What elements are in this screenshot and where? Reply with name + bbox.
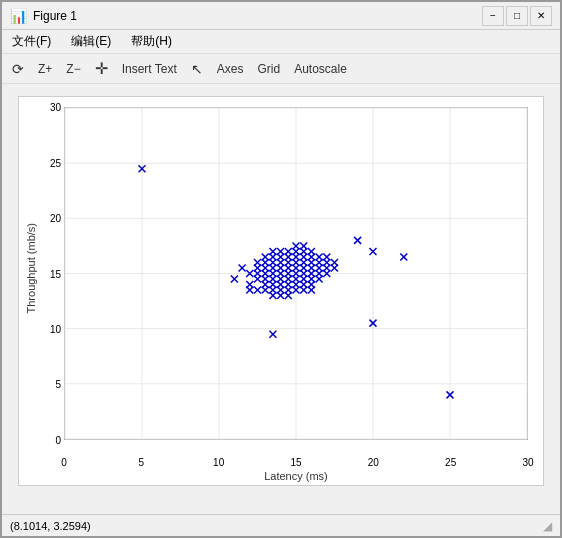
scatter-svg — [65, 108, 527, 439]
x-tick-5: 5 — [139, 457, 145, 468]
y-tick-5: 5 — [55, 379, 61, 390]
y-tick-25: 25 — [50, 157, 61, 168]
scatter-plot — [64, 107, 528, 440]
title-bar: 📊 Figure 1 − □ ✕ — [2, 2, 560, 30]
select-button[interactable]: ↖ — [187, 60, 207, 78]
menu-edit[interactable]: 编辑(E) — [67, 32, 115, 51]
x-tick-25: 25 — [445, 457, 456, 468]
pan-button[interactable]: ✛ — [91, 58, 112, 79]
maximize-button[interactable]: □ — [506, 6, 528, 26]
x-tick-30: 30 — [522, 457, 533, 468]
plot-area: Throughput (mb/s) 30 25 20 15 10 5 0 0 5… — [2, 84, 560, 514]
zoom-out-button[interactable]: Z− — [62, 61, 84, 77]
close-button[interactable]: ✕ — [530, 6, 552, 26]
menu-help[interactable]: 帮助(H) — [127, 32, 176, 51]
y-tick-10: 10 — [50, 324, 61, 335]
window-title: Figure 1 — [33, 9, 77, 23]
y-axis-label: Throughput (mb/s) — [25, 223, 37, 313]
resize-icon: ◢ — [543, 519, 552, 533]
coordinates-display: (8.1014, 3.2594) — [10, 520, 91, 532]
y-tick-0: 0 — [55, 435, 61, 446]
y-tick-20: 20 — [50, 212, 61, 223]
reset-button[interactable]: ⟳ — [8, 60, 28, 78]
axes-button[interactable]: Axes — [213, 61, 248, 77]
status-bar: (8.1014, 3.2594) ◢ — [2, 514, 560, 536]
x-tick-15: 15 — [290, 457, 301, 468]
zoom-in-button[interactable]: Z+ — [34, 61, 56, 77]
x-tick-0: 0 — [61, 457, 67, 468]
plot-container: Throughput (mb/s) 30 25 20 15 10 5 0 0 5… — [18, 96, 544, 486]
x-axis-label: Latency (ms) — [264, 470, 328, 482]
y-tick-30: 30 — [50, 102, 61, 113]
y-axis-ticks: 30 25 20 15 10 5 0 — [37, 107, 61, 440]
window-controls: − □ ✕ — [482, 6, 552, 26]
app-icon: 📊 — [10, 8, 27, 24]
y-tick-15: 15 — [50, 268, 61, 279]
title-bar-left: 📊 Figure 1 — [10, 8, 77, 24]
minimize-button[interactable]: − — [482, 6, 504, 26]
app-window: 📊 Figure 1 − □ ✕ 文件(F) 编辑(E) 帮助(H) ⟳ Z+ … — [0, 0, 562, 538]
menu-file[interactable]: 文件(F) — [8, 32, 55, 51]
toolbar: ⟳ Z+ Z− ✛ Insert Text ↖ Axes Grid Autosc… — [2, 54, 560, 84]
grid-button[interactable]: Grid — [254, 61, 285, 77]
autoscale-button[interactable]: Autoscale — [290, 61, 351, 77]
menu-bar: 文件(F) 编辑(E) 帮助(H) — [2, 30, 560, 54]
insert-text-button[interactable]: Insert Text — [118, 61, 181, 77]
x-tick-20: 20 — [368, 457, 379, 468]
x-tick-10: 10 — [213, 457, 224, 468]
